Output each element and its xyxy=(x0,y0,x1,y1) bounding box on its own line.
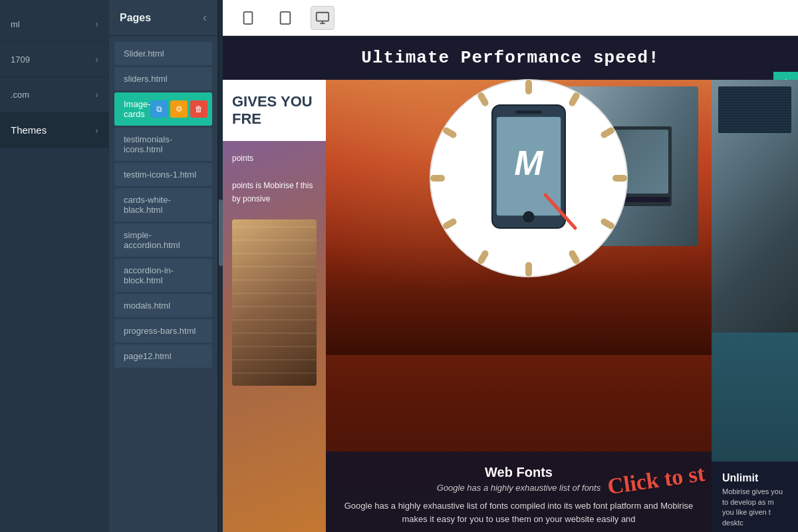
svg-rect-8 xyxy=(525,80,532,94)
chevron-icon-themes: › xyxy=(95,125,98,136)
main-content: Ultimate Performance speed! t GIVES YOU … xyxy=(223,0,798,532)
preview-area: Ultimate Performance speed! t GIVES YOU … xyxy=(223,36,798,532)
chevron-icon-3: › xyxy=(95,89,98,100)
page-item-label-slider: Slider.html xyxy=(124,49,164,59)
sidebar-label-2: 1709 xyxy=(11,55,95,65)
chevron-icon-1: › xyxy=(95,19,98,29)
page-item-page12[interactable]: page12.html xyxy=(114,344,212,368)
svg-rect-14 xyxy=(525,262,532,277)
page-item-cards-white-black[interactable]: cards-white-black.html xyxy=(114,188,212,221)
svg-rect-25 xyxy=(515,110,542,114)
svg-rect-17 xyxy=(430,175,445,182)
pages-list: Slider.html sliders.html Image-cards ⧉ ⚙… xyxy=(109,36,217,532)
sidebar-label-1: ml xyxy=(11,19,95,29)
pages-title: Pages xyxy=(120,12,151,24)
sidebar-item-3[interactable]: .com › xyxy=(0,77,109,112)
webfonts-body: Google has a highly exhaustive list of f… xyxy=(339,499,698,525)
page-item-testim-icons-1[interactable]: testim-icons-1.html xyxy=(114,163,212,186)
desktop-device-button[interactable] xyxy=(311,6,334,30)
page-item-modals[interactable]: modals.html xyxy=(114,294,212,317)
page-item-testimonials-icons[interactable]: testimonials-icons.html xyxy=(114,128,212,161)
page-item-label-page12: page12.html xyxy=(124,351,172,361)
page-item-label-testim-icons-1: testim-icons-1.html xyxy=(124,170,196,180)
sidebar: ml › 1709 › .com › Themes › xyxy=(0,0,109,532)
gives-title: GIVES YOU FRE xyxy=(232,93,313,127)
sidebar-label-3: .com xyxy=(11,90,95,100)
page-item-accordion-in-block[interactable]: accordion-in-block.html xyxy=(114,259,212,292)
chevron-icon-2: › xyxy=(95,54,98,65)
svg-rect-0 xyxy=(244,11,253,23)
svg-rect-4 xyxy=(317,12,329,21)
pages-panel: Pages ‹ Slider.html sliders.html Image-c… xyxy=(109,0,219,532)
notebook-photo xyxy=(232,219,317,386)
spinner-ring: M xyxy=(422,72,635,285)
copy-page-button[interactable]: ⧉ xyxy=(150,100,168,118)
right-card-title: Unlimit xyxy=(722,472,787,484)
pages-close-button[interactable]: ‹ xyxy=(203,11,207,25)
page-item-label-modals: modals.html xyxy=(124,301,170,311)
right-card-content: Unlimit Mobirise gives you to develop as… xyxy=(712,462,798,532)
svg-rect-2 xyxy=(281,11,291,23)
page-item-progress-bars[interactable]: progress-bars.html xyxy=(114,319,212,342)
gives-section: GIVES YOU FRE xyxy=(223,80,326,141)
svg-point-24 xyxy=(523,211,534,222)
page-item-label-testimonials-icons: testimonials-icons.html xyxy=(124,134,172,154)
mobile-overlay: M xyxy=(422,72,635,285)
sidebar-item-1[interactable]: ml › xyxy=(0,7,109,42)
pages-header: Pages ‹ xyxy=(109,0,217,36)
tablet-device-button[interactable] xyxy=(273,6,297,30)
right-card-body: Mobirise gives you to develop as m you l… xyxy=(722,487,787,528)
sidebar-item-2[interactable]: 1709 › xyxy=(0,42,109,77)
svg-rect-11 xyxy=(612,175,627,182)
svg-text:M: M xyxy=(514,144,544,182)
delete-page-button[interactable]: 🗑 xyxy=(190,100,207,118)
delete-icon: 🗑 xyxy=(195,104,203,114)
toolbar xyxy=(223,0,798,36)
right-column: Unlimit Mobirise gives you to develop as… xyxy=(712,80,798,532)
sidebar-label-themes: Themes xyxy=(11,124,95,136)
page-item-label-simple-accordion: simple-accordion.html xyxy=(124,230,180,250)
page-item-actions: ⧉ ⚙ 🗑 xyxy=(150,100,207,118)
page-item-label-sliders: sliders.html xyxy=(124,74,168,84)
left-column: GIVES YOU FRE points points is Mobirise … xyxy=(223,80,326,532)
banner-text: Ultimate Performance speed! xyxy=(361,48,659,68)
page-item-simple-accordion[interactable]: simple-accordion.html xyxy=(114,223,212,257)
settings-icon: ⚙ xyxy=(176,104,183,114)
page-item-label-cards-white-black: cards-white-black.html xyxy=(124,195,171,215)
page-item-label-progress-bars: progress-bars.html xyxy=(124,326,196,336)
page-item-image-cards[interactable]: Image-cards ⧉ ⚙ 🗑 xyxy=(114,92,212,126)
left-text: points points is Mobirise f this by pons… xyxy=(232,152,317,206)
copy-icon: ⧉ xyxy=(156,104,162,114)
page-item-sliders[interactable]: sliders.html xyxy=(114,67,212,90)
page-item-label-accordion-in-block: accordion-in-block.html xyxy=(124,265,174,285)
page-settings-button[interactable]: ⚙ xyxy=(170,100,188,118)
mobile-device-button[interactable] xyxy=(236,6,260,30)
page-item-label-image-cards: Image-cards xyxy=(124,99,150,119)
sidebar-item-themes[interactable]: Themes › xyxy=(0,112,109,148)
page-item-slider[interactable]: Slider.html xyxy=(114,42,212,65)
